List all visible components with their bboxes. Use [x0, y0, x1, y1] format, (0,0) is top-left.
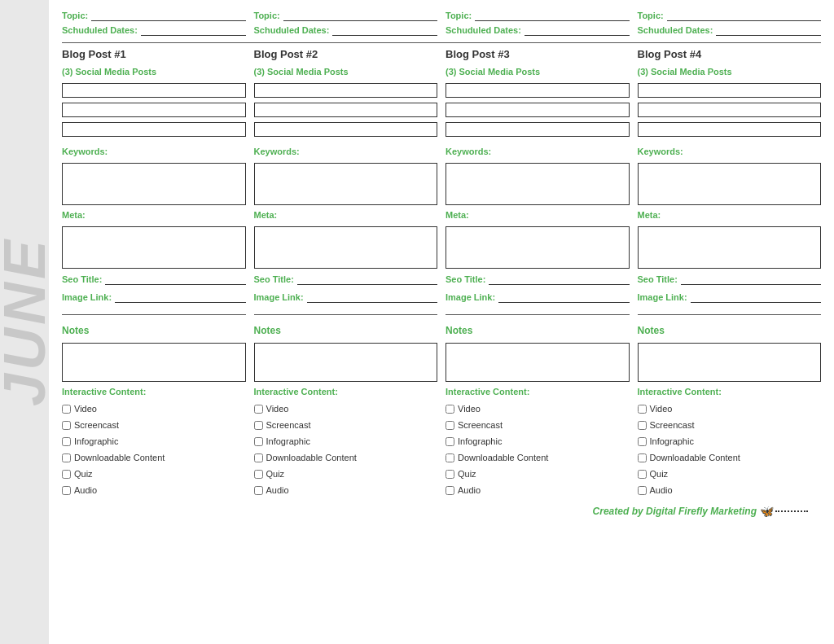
blog-col-3: Blog Post #3 (3) Social Media Posts Keyw… — [446, 48, 630, 497]
keywords-textarea-2[interactable] — [254, 163, 438, 205]
col1-divider — [62, 314, 246, 315]
notes-textarea-2[interactable] — [254, 343, 438, 382]
social-input-1-2[interactable] — [62, 103, 246, 117]
scheduled-field-2: Schuduled Dates: — [254, 24, 438, 36]
topic-field-1: Topic: — [62, 10, 246, 21]
checkbox-downloadable-2: Downloadable Content — [254, 453, 438, 462]
checkbox-infographic-3: Infographic — [446, 436, 630, 446]
seo-title-row-2: Seo Title: — [254, 274, 438, 285]
checkbox-screencast-input-4[interactable] — [638, 421, 647, 430]
checkbox-screencast-input-2[interactable] — [254, 421, 263, 430]
checkbox-screencast-1: Screencast — [62, 420, 246, 430]
social-inputs-4 — [638, 83, 822, 137]
seo-title-underline-3 — [489, 274, 629, 285]
blog-title-1: Blog Post #1 — [62, 48, 246, 60]
scheduled-field-3: Schuduled Dates: — [446, 24, 630, 36]
checkbox-quiz-input-1[interactable] — [62, 470, 71, 479]
checkbox-downloadable-input-3[interactable] — [446, 453, 454, 462]
social-label-1: (3) Social Media Posts — [62, 67, 246, 77]
social-input-1-1[interactable] — [62, 83, 246, 98]
social-inputs-3 — [446, 83, 630, 137]
keywords-textarea-4[interactable] — [638, 163, 822, 205]
checkbox-screencast-input-1[interactable] — [62, 421, 71, 430]
checkbox-infographic-input-3[interactable] — [446, 437, 454, 446]
topic-underline-2 — [283, 10, 437, 21]
image-link-underline-2 — [307, 291, 437, 303]
social-input-4-1[interactable] — [638, 83, 822, 98]
checkbox-infographic-text-1: Infographic — [74, 436, 118, 446]
checkbox-audio-input-3[interactable] — [446, 486, 454, 495]
checkbox-infographic-text-3: Infographic — [458, 436, 502, 446]
checkbox-video-input-4[interactable] — [638, 405, 647, 414]
meta-textarea-4[interactable] — [638, 226, 822, 269]
keywords-label-2: Keywords: — [254, 147, 438, 156]
meta-label-1: Meta: — [62, 210, 246, 220]
meta-textarea-1[interactable] — [62, 226, 246, 269]
meta-textarea-3[interactable] — [446, 226, 630, 269]
topic-label-4: Topic: — [638, 11, 664, 20]
checkbox-quiz-input-2[interactable] — [254, 470, 263, 479]
checkbox-infographic-input-2[interactable] — [254, 437, 263, 446]
social-input-2-2[interactable] — [254, 103, 438, 117]
checkbox-quiz-3: Quiz — [446, 469, 630, 479]
checkbox-screencast-3: Screencast — [446, 420, 630, 430]
checkbox-audio-4: Audio — [638, 485, 822, 495]
scheduled-label-2: Schuduled Dates: — [254, 25, 330, 35]
keywords-textarea-3[interactable] — [446, 163, 630, 205]
checkbox-screencast-2: Screencast — [254, 420, 438, 430]
checkbox-quiz-input-3[interactable] — [446, 470, 454, 479]
social-input-4-3[interactable] — [638, 122, 822, 137]
checkbox-video-text-4: Video — [650, 404, 673, 414]
social-input-2-3[interactable] — [254, 122, 438, 137]
scheduled-field-4: Schuduled Dates: — [638, 24, 822, 36]
checkbox-quiz-4: Quiz — [638, 469, 822, 479]
checkbox-quiz-input-4[interactable] — [638, 470, 647, 479]
social-input-4-2[interactable] — [638, 103, 822, 117]
scheduled-underline-1 — [141, 24, 246, 36]
topic-label-1: Topic: — [62, 11, 88, 20]
checkbox-downloadable-input-4[interactable] — [638, 453, 647, 462]
seo-title-row-1: Seo Title: — [62, 274, 246, 285]
top-cell-1: Topic: Schuduled Dates: — [62, 10, 246, 36]
checkbox-infographic-input-1[interactable] — [62, 437, 71, 446]
checkbox-audio-input-2[interactable] — [254, 486, 263, 495]
interactive-label-3: Interactive Content: — [446, 387, 630, 396]
scheduled-label-3: Schuduled Dates: — [446, 25, 521, 35]
checkbox-video-input-3[interactable] — [446, 405, 454, 414]
checkbox-infographic-text-4: Infographic — [650, 436, 694, 446]
checkbox-audio-input-4[interactable] — [638, 486, 647, 495]
notes-textarea-4[interactable] — [638, 343, 822, 382]
image-link-row-1: Image Link: — [62, 291, 246, 303]
notes-textarea-1[interactable] — [62, 343, 246, 382]
social-input-3-2[interactable] — [446, 103, 630, 117]
checkbox-downloadable-1: Downloadable Content — [62, 453, 246, 462]
checkbox-screencast-input-3[interactable] — [446, 421, 454, 430]
checkbox-video-input-1[interactable] — [62, 405, 71, 414]
scheduled-underline-3 — [525, 24, 630, 36]
seo-title-underline-1 — [105, 274, 245, 285]
checkbox-video-input-2[interactable] — [254, 405, 263, 414]
social-input-3-1[interactable] — [446, 83, 630, 98]
notes-textarea-3[interactable] — [446, 343, 630, 382]
checkbox-quiz-1: Quiz — [62, 469, 246, 479]
checkbox-downloadable-input-2[interactable] — [254, 453, 263, 462]
image-link-label-1: Image Link: — [62, 292, 112, 302]
social-input-2-1[interactable] — [254, 83, 438, 98]
keywords-textarea-1[interactable] — [62, 163, 246, 205]
image-link-underline-4 — [691, 291, 821, 303]
checkbox-infographic-1: Infographic — [62, 436, 246, 446]
checkbox-downloadable-text-2: Downloadable Content — [266, 453, 357, 462]
checkbox-downloadable-input-1[interactable] — [62, 453, 71, 462]
seo-title-label-3: Seo Title: — [446, 274, 485, 284]
checkbox-audio-1: Audio — [62, 485, 246, 495]
social-inputs-2 — [254, 83, 438, 137]
checkbox-audio-text-4: Audio — [650, 485, 673, 495]
checkbox-infographic-input-4[interactable] — [638, 437, 647, 446]
seo-title-underline-4 — [681, 274, 821, 285]
social-input-3-3[interactable] — [446, 122, 630, 137]
checkbox-audio-input-1[interactable] — [62, 486, 71, 495]
checkbox-audio-2: Audio — [254, 485, 438, 495]
col3-divider — [446, 314, 630, 315]
meta-textarea-2[interactable] — [254, 226, 438, 269]
social-input-1-3[interactable] — [62, 122, 246, 137]
